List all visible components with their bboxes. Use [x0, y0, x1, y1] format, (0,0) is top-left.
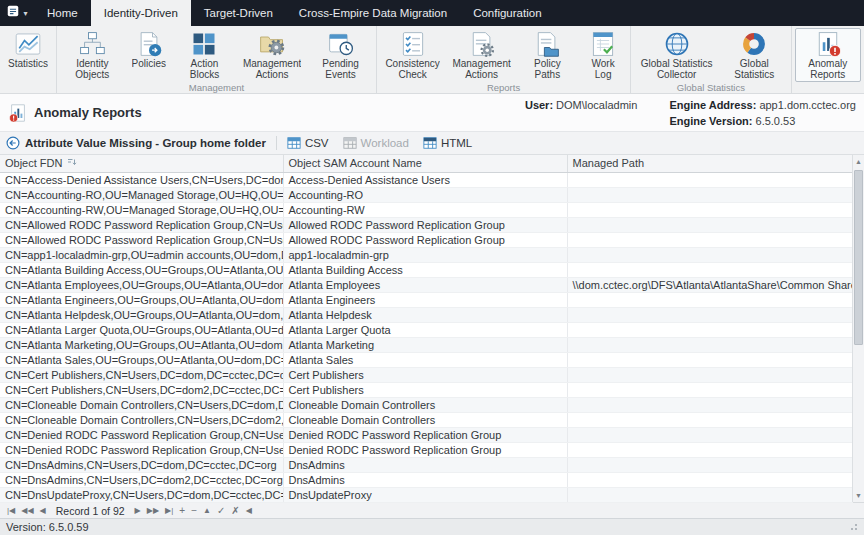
anomaly-reports-button[interactable]: Anomaly Reports	[795, 28, 861, 82]
cancel-edit-button[interactable]: ✗	[228, 504, 242, 518]
global-statistics-button[interactable]: Global Statistics	[721, 28, 788, 82]
prev-record-button[interactable]: ◀	[37, 504, 49, 518]
table-row[interactable]: CN=DnsAdmins,CN=Users,DC=dom2,DC=cctec,D…	[0, 472, 852, 487]
table-row[interactable]: CN=Denied RODC Password Replication Grou…	[0, 427, 852, 442]
action-blocks-button[interactable]: Action Blocks	[173, 28, 236, 82]
tab-home[interactable]: Home	[34, 0, 91, 26]
append-record-button[interactable]: +	[176, 504, 188, 518]
post-edit-button[interactable]: ✓	[214, 504, 228, 518]
ribbon-button-label: Global Statistics	[726, 58, 783, 80]
table-row[interactable]: CN=Atlanta Sales,OU=Groups,OU=Atlanta,OU…	[0, 352, 852, 367]
next-record-button[interactable]: ▶	[132, 504, 144, 518]
cell-path	[567, 457, 852, 472]
cell-fdn: CN=Atlanta Larger Quota,OU=Groups,OU=Atl…	[0, 322, 283, 337]
ribbon-button-label: Work Log	[584, 58, 622, 80]
engine-version-label: Engine Version:	[669, 115, 752, 127]
first-record-button[interactable]: |◀	[4, 504, 18, 518]
ribbon-button-label: Pending Events	[313, 58, 368, 80]
table-row[interactable]: CN=Cloneable Domain Controllers,CN=Users…	[0, 397, 852, 412]
table-row[interactable]: CN=DnsUpdateProxy,CN=Users,DC=dom,DC=cct…	[0, 487, 852, 502]
document-gear-icon	[468, 30, 496, 58]
table-row[interactable]: CN=Denied RODC Password Replication Grou…	[0, 442, 852, 457]
ribbon-group-anomaly: Anomaly Reports	[792, 26, 864, 93]
cell-fdn: CN=Accounting-RO,OU=Managed Storage,OU=H…	[0, 187, 283, 202]
ribbon-button-label: Policy Paths	[523, 58, 572, 80]
delete-record-button[interactable]: −	[188, 504, 200, 518]
workload-export-button[interactable]: Workload	[343, 136, 409, 150]
prev-page-button[interactable]: ◀◀	[18, 504, 36, 518]
table-row[interactable]: CN=Atlanta Engineers,OU=Groups,OU=Atlant…	[0, 292, 852, 307]
worklog-icon	[589, 30, 617, 58]
cell-fdn: CN=Atlanta Sales,OU=Groups,OU=Atlanta,OU…	[0, 352, 283, 367]
table-row[interactable]: CN=Cloneable Domain Controllers,CN=Users…	[0, 412, 852, 427]
table-row[interactable]: CN=Accounting-RO,OU=Managed Storage,OU=H…	[0, 187, 852, 202]
table-row[interactable]: CN=Allowed RODC Password Replication Gro…	[0, 232, 852, 247]
vertical-scrollbar[interactable]: ▲ ▼	[852, 155, 864, 502]
cell-sam: Allowed RODC Password Replication Group	[283, 232, 567, 247]
last-record-button[interactable]: ▶|	[162, 504, 176, 518]
pending-events-button[interactable]: Pending Events	[308, 28, 373, 82]
table-row[interactable]: CN=Access-Denied Assistance Users,CN=Use…	[0, 172, 852, 187]
table-row[interactable]: CN=Atlanta Helpdesk,OU=Groups,OU=Atlanta…	[0, 307, 852, 322]
global-statistics-collector-button[interactable]: Global Statistics Collector	[634, 28, 719, 82]
back-button[interactable]: Attribute Value Missing - Group home fol…	[6, 136, 266, 150]
column-header-object-fdn[interactable]: Object FDN	[0, 155, 283, 172]
table-row[interactable]: CN=Atlanta Larger Quota,OU=Groups,OU=Atl…	[0, 322, 852, 337]
scroll-up-icon[interactable]: ▲	[853, 155, 864, 168]
statistics-button[interactable]: Statistics	[3, 28, 53, 82]
tab-configuration[interactable]: Configuration	[460, 0, 554, 26]
table-row[interactable]: CN=Allowed RODC Password Replication Gro…	[0, 217, 852, 232]
calendar-clock-icon	[327, 30, 355, 58]
csv-export-button[interactable]: CSV	[287, 136, 329, 150]
table-row[interactable]: CN=app1-localadmin-grp,OU=admin accounts…	[0, 247, 852, 262]
policy-paths-button[interactable]: Policy Paths	[518, 28, 577, 82]
table-row[interactable]: CN=Accounting-RW,OU=Managed Storage,OU=H…	[0, 202, 852, 217]
table-header-row: Object FDN Object SAM Account Name Manag…	[0, 155, 852, 172]
tab-target-driven[interactable]: Target-Driven	[191, 0, 286, 26]
table-row[interactable]: CN=Atlanta Building Access,OU=Groups,OU=…	[0, 262, 852, 277]
next-page-button[interactable]: ▶▶	[144, 504, 162, 518]
table-row[interactable]: CN=Atlanta Marketing,OU=Groups,OU=Atlant…	[0, 337, 852, 352]
ribbon-button-label: Global Statistics Collector	[639, 58, 714, 80]
ribbon-group-reports: Consistency Check Management Actions Pol…	[377, 26, 631, 93]
table-row[interactable]: CN=DnsAdmins,CN=Users,DC=dom,DC=cctec,DC…	[0, 457, 852, 472]
ribbon-group-global-statistics: Global Statistics Collector Global Stati…	[631, 26, 791, 93]
ribbon-button-label: Anomaly Reports	[800, 58, 856, 80]
html-button-label: HTML	[441, 137, 472, 149]
edit-record-button[interactable]: ▲	[200, 504, 214, 518]
work-log-button[interactable]: Work Log	[579, 28, 627, 82]
table-row[interactable]: CN=Cert Publishers,CN=Users,DC=dom,DC=cc…	[0, 367, 852, 382]
consistency-check-button[interactable]: Consistency Check	[380, 28, 446, 82]
cell-sam: Accounting-RW	[283, 202, 567, 217]
policies-button[interactable]: Policies	[127, 28, 171, 82]
html-export-button[interactable]: HTML	[423, 136, 472, 150]
engine-address-value: app1.dom.cctec.org	[759, 99, 856, 111]
app-menu-button[interactable]: ▾	[0, 0, 34, 26]
ribbon-button-label: Policies	[132, 58, 166, 80]
management-actions-button[interactable]: Management Actions	[238, 28, 306, 82]
cell-path	[567, 202, 852, 217]
table-row[interactable]: CN=Atlanta Employees,OU=Groups,OU=Atlant…	[0, 277, 852, 292]
report-grid: Object FDN Object SAM Account Name Manag…	[0, 155, 864, 502]
anomaly-report-icon	[8, 103, 28, 123]
scroll-down-icon[interactable]: ▼	[853, 489, 864, 502]
column-header-object-sam-account-name[interactable]: Object SAM Account Name	[283, 155, 567, 172]
management-actions-report-button[interactable]: Management Actions	[447, 28, 515, 82]
tab-cross-empire-data-migration[interactable]: Cross-Empire Data Migration	[286, 0, 460, 26]
cell-path	[567, 397, 852, 412]
column-header-label: Object FDN	[5, 157, 62, 169]
collapse-navigator-button[interactable]: ◀	[243, 504, 255, 518]
tab-identity-driven[interactable]: Identity-Driven	[91, 0, 191, 26]
ribbon-button-label: Management Actions	[243, 58, 301, 80]
column-header-managed-path[interactable]: Managed Path	[567, 155, 852, 172]
scrollbar-thumb[interactable]	[854, 170, 863, 345]
cell-fdn: CN=Cloneable Domain Controllers,CN=Users…	[0, 412, 283, 427]
cell-path	[567, 322, 852, 337]
table-row[interactable]: CN=Cert Publishers,CN=Users,DC=dom2,DC=c…	[0, 382, 852, 397]
user-label: User:	[525, 99, 553, 111]
identity-objects-button[interactable]: Identity Objects	[60, 28, 125, 82]
resize-grip-icon[interactable]	[848, 521, 858, 533]
cell-sam: Denied RODC Password Replication Group	[283, 442, 567, 457]
cell-sam: Atlanta Employees	[283, 277, 567, 292]
ribbon-button-label: Management Actions	[452, 58, 510, 80]
